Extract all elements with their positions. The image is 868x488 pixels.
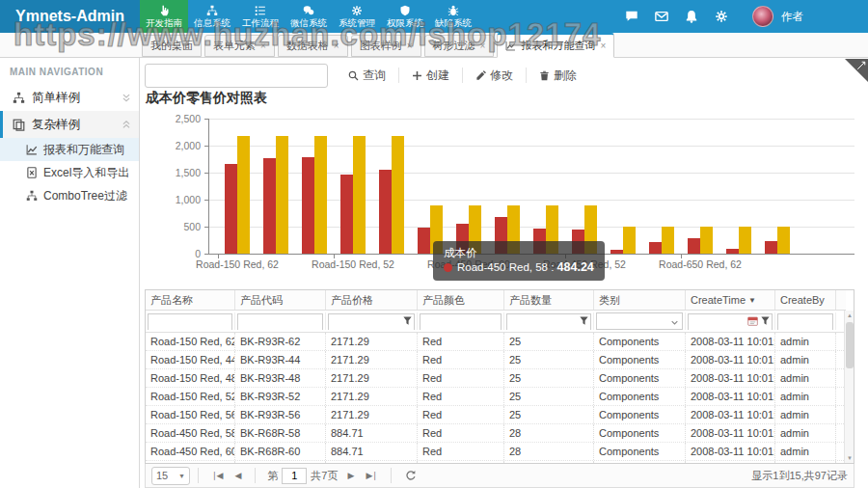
bar-成本价-Road-150 Red, 44[interactable] (263, 158, 276, 254)
column-header-类别[interactable]: 类别 (594, 290, 686, 310)
column-header-产品数量[interactable]: 产品数量 (504, 290, 594, 310)
bar-成本价-Road-150 Red, 56[interactable] (379, 170, 392, 254)
sidebar-item-报表和万能查询[interactable]: 报表和万能查询 (0, 138, 139, 161)
category-filter-select[interactable] (596, 312, 683, 330)
last-page-button[interactable]: ▶∣ (360, 471, 382, 480)
first-page-button[interactable]: ∣◀ (206, 471, 229, 480)
bar-成本价-Road-450 Red, 58[interactable] (418, 228, 430, 254)
scroll-up-icon[interactable]: ▲ (845, 311, 854, 320)
bar-零售价-Road-650 Red, 48[interactable] (777, 227, 790, 254)
table-cell: BK-R68R-58 (235, 424, 326, 442)
bar-零售价-Road-150 Red, 56[interactable] (392, 136, 404, 254)
tab-close-icon[interactable]: × (480, 41, 486, 51)
table-row[interactable]: Road-150 Red, 48BK-R93R-482171.29Red25Co… (146, 369, 846, 388)
table-cell: 2171.29 (326, 369, 418, 387)
column-header-label: CreateTime (691, 294, 746, 306)
nav-item-信息系统[interactable]: 信息系统 (188, 0, 236, 33)
filter-input-CreateBy[interactable] (777, 313, 833, 330)
tab-close-icon[interactable]: × (334, 41, 339, 51)
bar-成本价-Road-650 Red, 48[interactable] (765, 241, 777, 254)
y-axis-line (208, 119, 209, 254)
sidebar-item-ComboTree过滤[interactable]: ComboTree过滤 (0, 184, 139, 207)
scrollbar-thumb[interactable] (846, 322, 854, 368)
bar-零售价-Road-650 Red, 60[interactable] (662, 227, 674, 254)
table-row[interactable]: Road-150 Red, 62BK-R93R-622171.29Red25Co… (146, 333, 846, 351)
bar-成本价-Road-650 Red, 60[interactable] (649, 242, 662, 254)
bar-零售价-Road-650 Red, 58[interactable] (623, 227, 636, 254)
tab-报表和万能查询[interactable]: 报表和万能查询× (497, 33, 614, 58)
prev-page-button[interactable]: ◀ (229, 471, 247, 480)
nav-item-缺陷系统[interactable]: 缺陷系统 (429, 0, 477, 33)
tab-树形过滤[interactable]: 树形过滤× (424, 35, 495, 57)
sidebar-menu: 简单样例复杂样例报表和万能查询Excel导入和导出ComboTree过滤 (0, 84, 139, 207)
table-cell: admin (775, 388, 836, 405)
tab-图表样例[interactable]: 图表样例× (351, 35, 421, 57)
sidebar-item-Excel导入和导出[interactable]: Excel导入和导出 (0, 161, 139, 184)
sidebar-group-简单样例[interactable]: 简单样例 (0, 84, 139, 111)
tab-close-icon[interactable]: × (407, 41, 413, 51)
sidebar: MAIN NAVIGATION 简单样例复杂样例报表和万能查询Excel导入和导… (0, 58, 140, 488)
filter-cell-CreateTime (686, 312, 775, 330)
brand-logo[interactable]: Ymnets-Admin (0, 0, 140, 33)
filter-input-产品代码[interactable] (237, 313, 323, 330)
nav-item-开发指南[interactable]: 开发指南 (140, 0, 188, 33)
tab-表单元素[interactable]: 表单元素× (204, 35, 275, 57)
column-header-产品颜色[interactable]: 产品颜色 (418, 290, 504, 310)
nav-item-label: 系统管理 (339, 17, 375, 28)
bar-成本价-Road-150 Red, 48[interactable] (302, 157, 314, 254)
gears-icon[interactable] (715, 10, 728, 23)
bell-icon[interactable] (685, 10, 698, 23)
bar-成本价-Road-650 Red, 62[interactable] (688, 238, 700, 254)
refresh-button[interactable] (405, 470, 417, 481)
nav-item-微信系统[interactable]: 微信系统 (285, 0, 333, 33)
nav-item-权限系统[interactable]: 权限系统 (381, 0, 429, 33)
sidebar-group-复杂样例[interactable]: 复杂样例 (0, 111, 139, 138)
column-header-产品价格[interactable]: 产品价格 (326, 290, 418, 310)
page-number-input[interactable] (282, 468, 307, 484)
table-cell: Components (594, 369, 686, 387)
fullscreen-corner-button[interactable] (845, 59, 868, 82)
column-header-CreateTime[interactable]: CreateTime▼ (686, 290, 775, 310)
tab-我的桌面[interactable]: 我的桌面 (142, 35, 202, 57)
filter-input-产品颜色[interactable] (420, 313, 502, 330)
bar-成本价-Road-150 Red, 62[interactable] (225, 164, 237, 254)
bar-零售价-Road-150 Red, 44[interactable] (276, 136, 288, 254)
avatar[interactable] (752, 6, 773, 27)
bar-零售价-Road-150 Red, 48[interactable] (314, 136, 327, 254)
y-axis-tick-label: 2,000 (150, 140, 201, 151)
bar-零售价-Road-650 Red, 44[interactable] (739, 227, 751, 254)
filter-input-产品名称[interactable] (148, 313, 232, 330)
next-page-button[interactable]: ▶ (341, 471, 360, 480)
table-row[interactable]: Road-450 Red, 60BK-R68R-60884.71Red28Com… (146, 443, 846, 461)
table-row[interactable]: Road-150 Red, 56BK-R93R-562171.29Red25Co… (146, 406, 846, 424)
tab-close-icon[interactable]: × (260, 41, 266, 51)
page-size-select[interactable]: 15 ▼ (151, 467, 190, 485)
table-cell: 2008-03-11 10:01:36 (686, 388, 775, 405)
bar-成本价-Road-150 Red, 52[interactable] (340, 175, 353, 254)
table-row[interactable]: Road-150 Red, 52BK-R93R-522171.29Red25Co… (146, 388, 846, 406)
filter-input-wrap (777, 312, 833, 330)
bar-零售价-Road-150 Red, 52[interactable] (353, 136, 366, 254)
tab-数据表格[interactable]: 数据表格× (278, 35, 348, 57)
column-header-CreateBy[interactable]: CreateBy (775, 290, 836, 310)
tab-close-icon[interactable]: × (600, 41, 606, 51)
bar-成本价-Road-650 Red, 44[interactable] (726, 249, 739, 254)
nav-item-系统管理[interactable]: 系统管理 (333, 0, 381, 33)
table-cell: Red (418, 388, 504, 405)
column-header-产品代码[interactable]: 产品代码 (235, 290, 326, 310)
page-number-group: 第 共7页 (267, 468, 338, 484)
column-header-产品名称[interactable]: 产品名称 (146, 290, 235, 310)
nav-item-工作流程[interactable]: 工作流程 (236, 0, 285, 33)
user-menu[interactable]: 作者 (752, 0, 803, 33)
bar-零售价-Road-650 Red, 62[interactable] (700, 227, 713, 254)
table-row[interactable]: Road-150 Red, 44BK-R93R-442171.29Red25Co… (146, 351, 846, 369)
grid-scrollbar[interactable]: ▲ ▼ (844, 311, 854, 463)
bar-零售价-Road-150 Red, 62[interactable] (237, 136, 250, 254)
scroll-down-icon[interactable]: ▼ (845, 453, 854, 463)
table-cell: 28 (504, 424, 594, 442)
table-row[interactable]: Road-450 Red, 58BK-R68R-58884.71Red28Com… (146, 424, 846, 443)
mail-icon[interactable] (655, 10, 668, 23)
bug-icon (448, 5, 459, 17)
bar-成本价-Road-650 Red, 58[interactable] (610, 250, 623, 254)
chat-icon[interactable] (625, 10, 638, 23)
